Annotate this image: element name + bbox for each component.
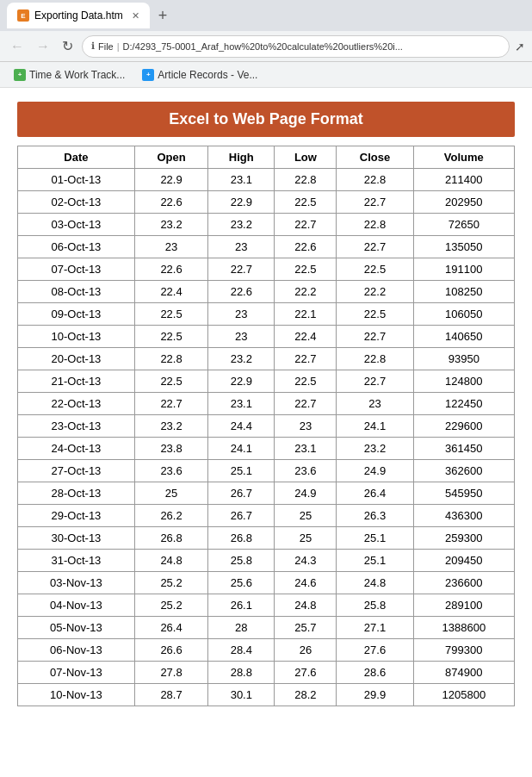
table-cell: 04-Nov-13 [18,594,135,617]
table-cell: 72650 [413,214,514,236]
new-tab-button[interactable]: + [153,7,173,25]
table-cell: 23.1 [208,169,275,191]
table-cell: 25.8 [208,550,275,572]
table-cell: 22.2 [337,281,413,303]
reload-button[interactable]: ↻ [59,36,77,56]
table-cell: 106050 [413,303,514,326]
table-cell: 22.4 [275,326,337,348]
table-cell: 202950 [413,191,514,214]
table-cell: 1205800 [413,684,514,706]
table-row: 01-Oct-1322.923.122.822.8211400 [18,169,515,191]
table-cell: 22.7 [208,258,275,281]
share-button[interactable]: ➚ [515,40,525,53]
table-cell: 03-Nov-13 [18,572,135,594]
table-cell: 22.7 [275,393,337,415]
table-cell: 26.6 [134,639,207,662]
table-row: 03-Nov-1325.225.624.624.8236600 [18,572,515,594]
table-cell: 24.8 [134,550,207,572]
table-cell: 25 [275,527,337,550]
table-cell: 24.8 [275,594,337,617]
back-button[interactable]: ← [7,37,28,56]
table-row: 22-Oct-1322.723.122.723122450 [18,393,515,415]
table-cell: 29-Oct-13 [18,505,135,527]
table-cell: 22.7 [134,393,207,415]
table-cell: 24.6 [275,572,337,594]
table-cell: 229600 [413,415,514,438]
column-header: Date [18,146,135,169]
table-row: 02-Oct-1322.622.922.522.7202950 [18,191,515,214]
table-cell: 545950 [413,482,514,505]
table-cell: 24.1 [208,438,275,460]
table-cell: 135050 [413,236,514,258]
table-row: 30-Oct-1326.826.82525.1259300 [18,527,515,550]
table-cell: 22.7 [337,326,413,348]
table-cell: 22.7 [337,370,413,393]
table-cell: 26.4 [134,617,207,639]
table-cell: 26.7 [208,505,275,527]
table-cell: 27-Oct-13 [18,460,135,482]
table-cell: 23.2 [134,214,207,236]
table-cell: 09-Oct-13 [18,303,135,326]
table-cell: 25.2 [134,572,207,594]
table-row: 06-Nov-1326.628.42627.6799300 [18,639,515,662]
table-cell: 25.2 [134,594,207,617]
table-cell: 22.6 [275,236,337,258]
table-cell: 22.7 [275,348,337,370]
address-bar: ← → ↻ ℹ File | D:/4293_75-0001_Araf_how%… [0,31,532,62]
table-cell: 25.1 [337,550,413,572]
table-cell: 06-Oct-13 [18,236,135,258]
address-input[interactable]: ℹ File | D:/4293_75-0001_Araf_how%20to%2… [82,35,510,58]
table-cell: 289100 [413,594,514,617]
bookmark-time-work-icon: + [14,69,26,81]
table-cell: 28.4 [208,639,275,662]
table-cell: 25.8 [337,594,413,617]
table-cell: 23 [208,326,275,348]
bookmark-article-records-icon: + [142,69,154,81]
table-cell: 26.8 [208,527,275,550]
table-cell: 22.5 [134,370,207,393]
table-cell: 23 [275,415,337,438]
table-cell: 108250 [413,281,514,303]
table-cell: 24.3 [275,550,337,572]
column-header: Low [275,146,337,169]
table-cell: 28-Oct-13 [18,482,135,505]
column-header: High [208,146,275,169]
table-cell: 23.8 [134,438,207,460]
table-cell: 26.2 [134,505,207,527]
table-row: 03-Oct-1323.223.222.722.872650 [18,214,515,236]
table-row: 20-Oct-1322.823.222.722.893950 [18,348,515,370]
table-cell: 22.8 [337,348,413,370]
table-cell: 27.8 [134,662,207,684]
active-tab[interactable]: E Exporting Data.htm ✕ [7,3,150,28]
table-cell: 22.5 [134,303,207,326]
address-file-label: File [98,41,114,52]
table-cell: 124800 [413,370,514,393]
table-cell: 1388600 [413,617,514,639]
bookmark-time-work[interactable]: + Time & Work Track... [7,66,132,84]
table-cell: 23.2 [208,348,275,370]
table-row: 23-Oct-1323.224.42324.1229600 [18,415,515,438]
table-cell: 29.9 [337,684,413,706]
table-row: 06-Oct-13232322.622.7135050 [18,236,515,258]
table-cell: 30-Oct-13 [18,527,135,550]
table-row: 09-Oct-1322.52322.122.5106050 [18,303,515,326]
forward-button[interactable]: → [33,37,53,56]
column-header: Open [134,146,207,169]
table-row: 07-Nov-1327.828.827.628.6874900 [18,662,515,684]
table-cell: 20-Oct-13 [18,348,135,370]
table-cell: 211400 [413,169,514,191]
table-cell: 362600 [413,460,514,482]
bookmark-article-records-label: Article Records - Ve... [158,69,257,81]
bookmark-article-records[interactable]: + Article Records - Ve... [135,66,264,84]
table-cell: 24.9 [275,482,337,505]
table-row: 10-Oct-1322.52322.422.7140650 [18,326,515,348]
table-cell: 22.4 [134,281,207,303]
table-cell: 25.1 [337,527,413,550]
table-cell: 22.8 [134,348,207,370]
tab-close-button[interactable]: ✕ [132,10,139,22]
page-content: Excel to Web Page Format DateOpenHighLow… [0,88,532,777]
table-cell: 25.6 [208,572,275,594]
table-cell: 23.6 [134,460,207,482]
table-cell: 27.6 [275,662,337,684]
table-row: 04-Nov-1325.226.124.825.8289100 [18,594,515,617]
